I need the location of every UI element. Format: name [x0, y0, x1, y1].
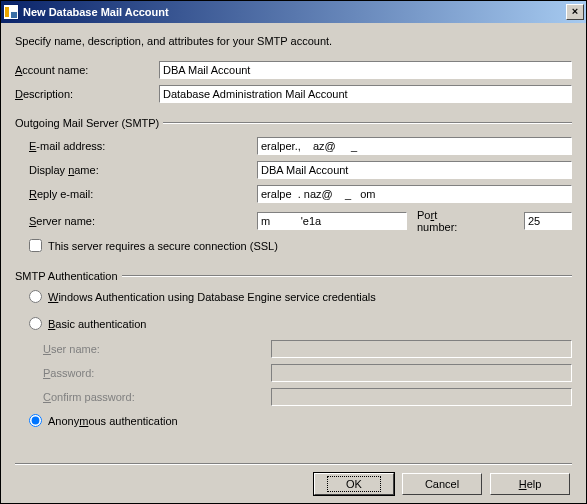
confirm-password-row: Confirm password:: [43, 388, 572, 406]
confirm-password-label: Confirm password:: [43, 391, 271, 403]
window-title: New Database Mail Account: [23, 6, 566, 18]
button-bar: OK Cancel Help: [15, 473, 572, 495]
account-name-label: Account name:: [15, 64, 159, 76]
email-label: E-mail address:: [29, 140, 257, 152]
windows-auth-label: Windows Authentication using Database En…: [48, 291, 376, 303]
titlebar: New Database Mail Account ×: [1, 1, 586, 23]
display-name-label: Display name:: [29, 164, 257, 176]
cancel-button[interactable]: Cancel: [402, 473, 482, 495]
username-label: User name:: [43, 343, 271, 355]
reply-email-input[interactable]: [257, 185, 572, 203]
help-button[interactable]: Help: [490, 473, 570, 495]
dialog-window: New Database Mail Account × Specify name…: [0, 0, 587, 504]
group-divider: [122, 275, 572, 277]
button-separator: [15, 463, 572, 465]
windows-auth-row: Windows Authentication using Database En…: [15, 290, 572, 303]
basic-auth-label: Basic authentication: [48, 318, 146, 330]
server-row: Server name: Port number:: [29, 209, 572, 233]
server-name-label: Server name:: [29, 215, 257, 227]
port-label: Port number:: [407, 209, 479, 233]
ssl-label: This server requires a secure connection…: [48, 240, 278, 252]
account-name-input[interactable]: [159, 61, 572, 79]
close-button[interactable]: ×: [566, 4, 584, 20]
description-input[interactable]: [159, 85, 572, 103]
auth-groupbox: SMTP Authentication Windows Authenticati…: [15, 270, 572, 433]
reply-email-label: Reply e-mail:: [29, 188, 257, 200]
confirm-password-input: [271, 388, 572, 406]
ok-button[interactable]: OK: [314, 473, 394, 495]
app-icon: [3, 4, 19, 20]
anonymous-auth-row: Anonymous authentication: [15, 414, 572, 427]
smtp-group-label: Outgoing Mail Server (SMTP): [15, 117, 572, 129]
display-name-row: Display name:: [29, 161, 572, 179]
password-row: Password:: [43, 364, 572, 382]
email-input[interactable]: [257, 137, 572, 155]
auth-group-label: SMTP Authentication: [15, 270, 572, 282]
port-input[interactable]: [524, 212, 572, 230]
password-label: Password:: [43, 367, 271, 379]
instruction-text: Specify name, description, and attribute…: [15, 35, 572, 47]
display-name-input[interactable]: [257, 161, 572, 179]
username-row: User name:: [43, 340, 572, 358]
group-divider: [163, 122, 572, 124]
anonymous-auth-radio[interactable]: [29, 414, 42, 427]
dialog-content: Specify name, description, and attribute…: [1, 23, 586, 503]
basic-auth-radio[interactable]: [29, 317, 42, 330]
smtp-groupbox: Outgoing Mail Server (SMTP) E-mail addre…: [15, 117, 572, 258]
ssl-row: This server requires a secure connection…: [15, 239, 572, 252]
anonymous-auth-label: Anonymous authentication: [48, 415, 178, 427]
email-row: E-mail address:: [29, 137, 572, 155]
ssl-checkbox[interactable]: [29, 239, 42, 252]
username-input: [271, 340, 572, 358]
description-row: Description:: [15, 85, 572, 103]
basic-auth-row: Basic authentication: [15, 317, 572, 330]
reply-email-row: Reply e-mail:: [29, 185, 572, 203]
server-name-input[interactable]: [257, 212, 407, 230]
account-name-row: Account name:: [15, 61, 572, 79]
description-label: Description:: [15, 88, 159, 100]
password-input: [271, 364, 572, 382]
windows-auth-radio[interactable]: [29, 290, 42, 303]
